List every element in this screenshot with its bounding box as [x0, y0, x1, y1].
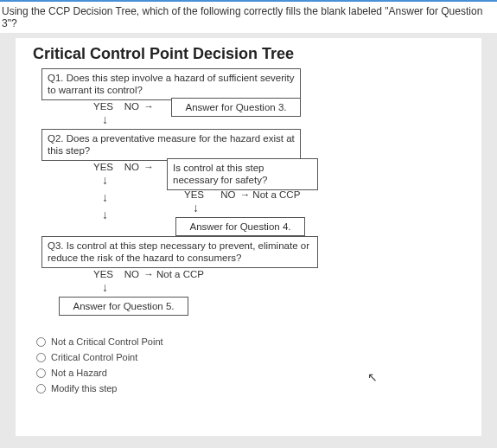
q2-no: NO [124, 162, 139, 172]
radio-icon[interactable] [36, 384, 46, 394]
q3-notccp: Not a CCP [156, 269, 204, 279]
q2-box: Q2. Does a preventative measure for the … [41, 129, 301, 161]
q1-yesno: YES NO [93, 101, 154, 112]
q1-no: NO [124, 101, 139, 112]
question-prompt: Using the CCP Decision Tree, which of th… [0, 0, 497, 33]
arrow-right-icon [142, 269, 154, 279]
q3-answer-box: Answer for Question 5. [59, 297, 188, 316]
page-content: Critical Control Point Decision Tree Q1.… [16, 38, 481, 436]
arrow-down-icon: ↓ [102, 191, 108, 203]
arrow-right-icon [142, 162, 154, 172]
q2-yesno: YES NO [93, 162, 154, 172]
option-3[interactable]: Modify this step [36, 383, 464, 394]
q1-yes: YES [93, 101, 113, 112]
q3-yes: YES [93, 269, 113, 279]
q3-yesno: YES NO Not a CCP [93, 269, 204, 279]
arrow-right-icon [239, 189, 251, 200]
q2-sub-yesno: YES NO Not a CCP [184, 189, 300, 200]
cursor-icon: ↖ [367, 370, 378, 384]
radio-icon[interactable] [36, 368, 46, 378]
q2-sub-no: NO [220, 189, 235, 200]
q2-yes: YES [93, 162, 113, 172]
arrow-down-icon: ↓ [102, 113, 108, 125]
q2-sub-answer-box: Answer for Question 4. [175, 217, 305, 236]
arrow-down-icon: ↓ [193, 202, 199, 214]
arrow-down-icon: ↓ [102, 208, 108, 221]
q2-sub-box: Is control at this step necessary for sa… [167, 158, 318, 190]
diagram-title: Critical Control Point Decision Tree [33, 45, 464, 63]
arrow-down-icon: ↓ [102, 174, 108, 186]
arrow-right-icon [142, 101, 154, 112]
q3-no: NO [124, 269, 139, 279]
option-2[interactable]: Not a Hazard [36, 368, 464, 378]
arrow-down-icon: ↓ [102, 281, 108, 293]
q1-box: Q1. Does this step involve a hazard of s… [41, 68, 301, 100]
option-label: Not a Hazard [51, 368, 107, 378]
q2-sub-notccp: Not a CCP [252, 189, 300, 200]
q1-answer-box: Answer for Question 3. [171, 98, 301, 117]
decision-tree: Q1. Does this step involve a hazard of s… [33, 68, 464, 362]
q3-box: Q3. Is control at this step necessary to… [41, 236, 318, 268]
q2-sub-yes: YES [184, 189, 204, 200]
option-label: Modify this step [51, 383, 117, 394]
